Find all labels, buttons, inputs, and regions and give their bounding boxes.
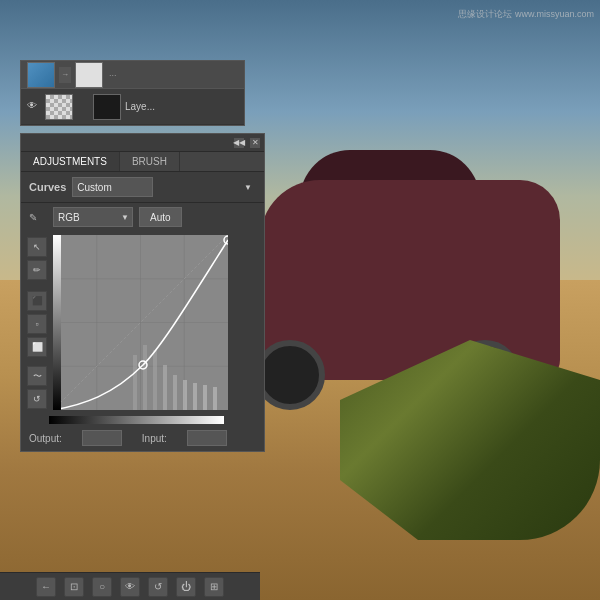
eyedropper-white-tool[interactable]: ⬜ [27,337,47,357]
smooth-tool[interactable]: 〜 [27,366,47,386]
svg-rect-16 [213,387,217,410]
visibility-icon-1[interactable]: 👁 [27,100,41,114]
layer-row-1[interactable]: 👁 Laye... [21,89,244,125]
layer-thumb-1[interactable] [27,62,55,88]
layer-mask-thumb[interactable] [93,94,121,120]
curves-section-title: Curves Custom Default Strong Contrast ▼ [21,172,264,203]
auto-button[interactable]: Auto [139,207,182,227]
svg-rect-10 [153,350,157,410]
tab-brush[interactable]: BRUSH [120,152,180,171]
panel-collapse-btn[interactable]: ◀◀ [234,138,244,148]
eyedropper-gray-tool[interactable]: ▫ [27,314,47,334]
input-label: Input: [142,433,167,444]
curves-graph-area: ↖ ✏ ⬛ ▫ ⬜ 〜 ↺ [21,231,264,416]
output-label: Output: [29,433,62,444]
eyedropper-icon[interactable]: ✎ [29,209,47,225]
bottom-toolbar: ← ⊡ ○ 👁 ↺ ⏻ ⊞ [0,572,260,600]
layer-label-1: Laye... [125,101,238,112]
svg-rect-14 [193,383,197,410]
panel-close-btn[interactable]: ✕ [250,138,260,148]
preset-dropdown-arrow: ▼ [244,183,252,192]
grid-icon[interactable]: ⊞ [204,577,224,597]
curves-label: Curves [29,181,66,193]
layer-options-dots[interactable]: ··· [109,70,117,80]
svg-rect-15 [203,385,207,410]
car-wheel-left [255,340,325,410]
output-value-input[interactable] [82,430,122,446]
curves-svg [53,235,228,410]
pointer-tool[interactable]: ↖ [27,237,47,257]
channel-dropdown[interactable]: RGB Red Green Blue [53,207,133,227]
tab-adjustments[interactable]: ADJUSTMENTS [21,152,120,171]
power-icon[interactable]: ⏻ [176,577,196,597]
preset-dropdown[interactable]: Custom Default Strong Contrast [72,177,153,197]
svg-rect-8 [133,355,137,410]
svg-rect-11 [163,365,167,410]
adjustments-panel: ◀◀ ✕ ADJUSTMENTS BRUSH Curves Custom Def… [20,133,265,452]
svg-rect-9 [143,345,147,410]
input-gradient-bar [49,416,224,424]
curves-controls-row: ✎ RGB Red Green Blue ▼ Auto [21,203,264,231]
curves-canvas-wrapper [53,235,258,412]
watermark: 思缘设计论坛 www.missyuan.com [458,8,594,21]
layer-thumb-mask[interactable] [75,62,103,88]
panel-title-bar: ◀◀ ✕ [21,134,264,152]
reset-tool[interactable]: ↺ [27,389,47,409]
svg-rect-12 [173,375,177,410]
layer-thumb-croc[interactable] [45,94,73,120]
panel-tabs: ADJUSTMENTS BRUSH [21,152,264,172]
preset-dropdown-wrapper: Custom Default Strong Contrast ▼ [72,177,256,197]
eye-icon[interactable]: 👁 [120,577,140,597]
input-value-input[interactable] [187,430,227,446]
arrow-icon[interactable]: ← [36,577,56,597]
output-gradient-bar [53,235,61,410]
refresh-icon[interactable]: ↺ [148,577,168,597]
layers-panel-header: → ··· [21,61,244,89]
circle-icon[interactable]: ○ [92,577,112,597]
curves-tools: ↖ ✏ ⬛ ▫ ⬜ 〜 ↺ [27,235,49,412]
channel-dropdown-wrapper: RGB Red Green Blue ▼ [53,207,133,227]
curves-canvas[interactable] [53,235,228,410]
layer-arrow: → [59,67,71,83]
crop-icon[interactable]: ⊡ [64,577,84,597]
output-input-row: Output: Input: [21,427,264,451]
eyedropper-black-tool[interactable]: ⬛ [27,291,47,311]
pencil-tool[interactable]: ✏ [27,260,47,280]
svg-rect-13 [183,380,187,410]
layers-panel: → ··· 👁 Laye... [20,60,245,126]
